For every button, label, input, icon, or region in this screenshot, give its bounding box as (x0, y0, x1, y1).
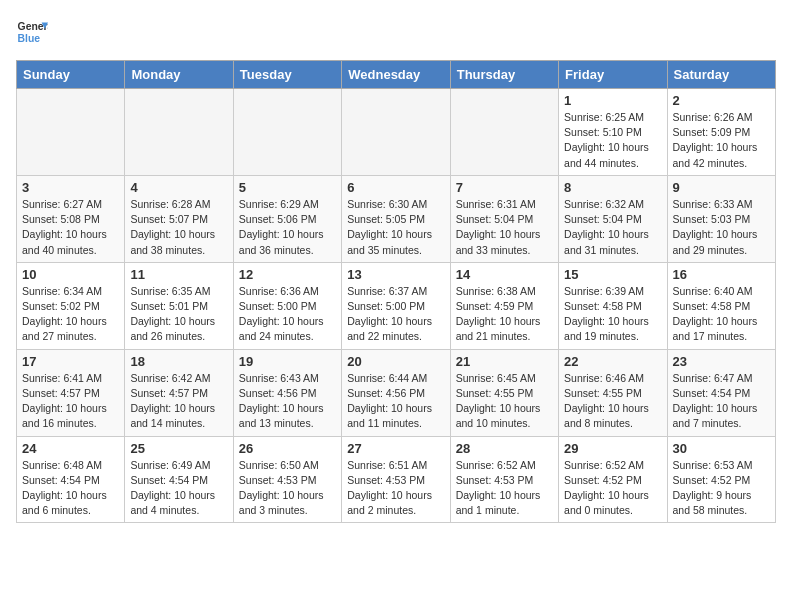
day-info: Sunrise: 6:30 AM Sunset: 5:05 PM Dayligh… (347, 197, 444, 258)
day-info: Sunrise: 6:31 AM Sunset: 5:04 PM Dayligh… (456, 197, 553, 258)
svg-text:Blue: Blue (18, 33, 41, 44)
calendar-cell: 23Sunrise: 6:47 AM Sunset: 4:54 PM Dayli… (667, 349, 775, 436)
day-info: Sunrise: 6:33 AM Sunset: 5:03 PM Dayligh… (673, 197, 770, 258)
day-number: 22 (564, 354, 661, 369)
day-info: Sunrise: 6:52 AM Sunset: 4:52 PM Dayligh… (564, 458, 661, 519)
day-number: 27 (347, 441, 444, 456)
day-number: 23 (673, 354, 770, 369)
day-number: 18 (130, 354, 227, 369)
calendar-cell: 25Sunrise: 6:49 AM Sunset: 4:54 PM Dayli… (125, 436, 233, 523)
calendar-week-5: 24Sunrise: 6:48 AM Sunset: 4:54 PM Dayli… (17, 436, 776, 523)
day-number: 2 (673, 93, 770, 108)
calendar-cell: 18Sunrise: 6:42 AM Sunset: 4:57 PM Dayli… (125, 349, 233, 436)
day-info: Sunrise: 6:46 AM Sunset: 4:55 PM Dayligh… (564, 371, 661, 432)
calendar-header-sunday: Sunday (17, 61, 125, 89)
calendar-header-saturday: Saturday (667, 61, 775, 89)
day-info: Sunrise: 6:27 AM Sunset: 5:08 PM Dayligh… (22, 197, 119, 258)
day-number: 16 (673, 267, 770, 282)
day-number: 20 (347, 354, 444, 369)
day-info: Sunrise: 6:38 AM Sunset: 4:59 PM Dayligh… (456, 284, 553, 345)
calendar-cell: 22Sunrise: 6:46 AM Sunset: 4:55 PM Dayli… (559, 349, 667, 436)
day-info: Sunrise: 6:29 AM Sunset: 5:06 PM Dayligh… (239, 197, 336, 258)
calendar-cell: 6Sunrise: 6:30 AM Sunset: 5:05 PM Daylig… (342, 175, 450, 262)
calendar-cell: 21Sunrise: 6:45 AM Sunset: 4:55 PM Dayli… (450, 349, 558, 436)
calendar-cell: 2Sunrise: 6:26 AM Sunset: 5:09 PM Daylig… (667, 89, 775, 176)
calendar-cell (342, 89, 450, 176)
calendar-header-row: SundayMondayTuesdayWednesdayThursdayFrid… (17, 61, 776, 89)
calendar-week-3: 10Sunrise: 6:34 AM Sunset: 5:02 PM Dayli… (17, 262, 776, 349)
day-info: Sunrise: 6:26 AM Sunset: 5:09 PM Dayligh… (673, 110, 770, 171)
day-number: 14 (456, 267, 553, 282)
calendar-cell (125, 89, 233, 176)
day-number: 1 (564, 93, 661, 108)
day-info: Sunrise: 6:51 AM Sunset: 4:53 PM Dayligh… (347, 458, 444, 519)
calendar-cell: 19Sunrise: 6:43 AM Sunset: 4:56 PM Dayli… (233, 349, 341, 436)
page-header: General Blue (16, 16, 776, 48)
day-number: 11 (130, 267, 227, 282)
calendar-cell: 27Sunrise: 6:51 AM Sunset: 4:53 PM Dayli… (342, 436, 450, 523)
day-info: Sunrise: 6:47 AM Sunset: 4:54 PM Dayligh… (673, 371, 770, 432)
day-number: 30 (673, 441, 770, 456)
day-number: 13 (347, 267, 444, 282)
day-info: Sunrise: 6:42 AM Sunset: 4:57 PM Dayligh… (130, 371, 227, 432)
day-number: 29 (564, 441, 661, 456)
calendar-cell (233, 89, 341, 176)
calendar-cell: 30Sunrise: 6:53 AM Sunset: 4:52 PM Dayli… (667, 436, 775, 523)
day-number: 5 (239, 180, 336, 195)
day-number: 25 (130, 441, 227, 456)
calendar-cell: 3Sunrise: 6:27 AM Sunset: 5:08 PM Daylig… (17, 175, 125, 262)
day-number: 12 (239, 267, 336, 282)
day-info: Sunrise: 6:39 AM Sunset: 4:58 PM Dayligh… (564, 284, 661, 345)
logo-icon: General Blue (16, 16, 48, 48)
calendar-cell: 12Sunrise: 6:36 AM Sunset: 5:00 PM Dayli… (233, 262, 341, 349)
day-number: 6 (347, 180, 444, 195)
calendar-cell: 10Sunrise: 6:34 AM Sunset: 5:02 PM Dayli… (17, 262, 125, 349)
day-info: Sunrise: 6:50 AM Sunset: 4:53 PM Dayligh… (239, 458, 336, 519)
calendar-table: SundayMondayTuesdayWednesdayThursdayFrid… (16, 60, 776, 523)
calendar-body: 1Sunrise: 6:25 AM Sunset: 5:10 PM Daylig… (17, 89, 776, 523)
day-info: Sunrise: 6:41 AM Sunset: 4:57 PM Dayligh… (22, 371, 119, 432)
calendar-week-4: 17Sunrise: 6:41 AM Sunset: 4:57 PM Dayli… (17, 349, 776, 436)
day-info: Sunrise: 6:44 AM Sunset: 4:56 PM Dayligh… (347, 371, 444, 432)
calendar-cell: 8Sunrise: 6:32 AM Sunset: 5:04 PM Daylig… (559, 175, 667, 262)
logo: General Blue (16, 16, 48, 48)
calendar-cell: 13Sunrise: 6:37 AM Sunset: 5:00 PM Dayli… (342, 262, 450, 349)
day-number: 15 (564, 267, 661, 282)
day-number: 10 (22, 267, 119, 282)
calendar-cell: 15Sunrise: 6:39 AM Sunset: 4:58 PM Dayli… (559, 262, 667, 349)
day-info: Sunrise: 6:45 AM Sunset: 4:55 PM Dayligh… (456, 371, 553, 432)
day-info: Sunrise: 6:53 AM Sunset: 4:52 PM Dayligh… (673, 458, 770, 519)
calendar-week-1: 1Sunrise: 6:25 AM Sunset: 5:10 PM Daylig… (17, 89, 776, 176)
calendar-cell: 4Sunrise: 6:28 AM Sunset: 5:07 PM Daylig… (125, 175, 233, 262)
calendar-header-wednesday: Wednesday (342, 61, 450, 89)
day-info: Sunrise: 6:37 AM Sunset: 5:00 PM Dayligh… (347, 284, 444, 345)
calendar-cell: 9Sunrise: 6:33 AM Sunset: 5:03 PM Daylig… (667, 175, 775, 262)
calendar-cell: 16Sunrise: 6:40 AM Sunset: 4:58 PM Dayli… (667, 262, 775, 349)
day-info: Sunrise: 6:48 AM Sunset: 4:54 PM Dayligh… (22, 458, 119, 519)
calendar-header-friday: Friday (559, 61, 667, 89)
calendar-cell: 29Sunrise: 6:52 AM Sunset: 4:52 PM Dayli… (559, 436, 667, 523)
calendar-cell: 28Sunrise: 6:52 AM Sunset: 4:53 PM Dayli… (450, 436, 558, 523)
day-info: Sunrise: 6:40 AM Sunset: 4:58 PM Dayligh… (673, 284, 770, 345)
day-info: Sunrise: 6:28 AM Sunset: 5:07 PM Dayligh… (130, 197, 227, 258)
calendar-cell (17, 89, 125, 176)
calendar-cell: 17Sunrise: 6:41 AM Sunset: 4:57 PM Dayli… (17, 349, 125, 436)
calendar-header-tuesday: Tuesday (233, 61, 341, 89)
day-number: 8 (564, 180, 661, 195)
calendar-header-thursday: Thursday (450, 61, 558, 89)
calendar-cell: 1Sunrise: 6:25 AM Sunset: 5:10 PM Daylig… (559, 89, 667, 176)
calendar-cell: 14Sunrise: 6:38 AM Sunset: 4:59 PM Dayli… (450, 262, 558, 349)
calendar-week-2: 3Sunrise: 6:27 AM Sunset: 5:08 PM Daylig… (17, 175, 776, 262)
day-number: 24 (22, 441, 119, 456)
day-info: Sunrise: 6:36 AM Sunset: 5:00 PM Dayligh… (239, 284, 336, 345)
day-number: 21 (456, 354, 553, 369)
day-number: 9 (673, 180, 770, 195)
day-info: Sunrise: 6:49 AM Sunset: 4:54 PM Dayligh… (130, 458, 227, 519)
calendar-cell: 11Sunrise: 6:35 AM Sunset: 5:01 PM Dayli… (125, 262, 233, 349)
calendar-cell: 7Sunrise: 6:31 AM Sunset: 5:04 PM Daylig… (450, 175, 558, 262)
calendar-cell: 20Sunrise: 6:44 AM Sunset: 4:56 PM Dayli… (342, 349, 450, 436)
calendar-cell: 5Sunrise: 6:29 AM Sunset: 5:06 PM Daylig… (233, 175, 341, 262)
day-info: Sunrise: 6:43 AM Sunset: 4:56 PM Dayligh… (239, 371, 336, 432)
day-info: Sunrise: 6:52 AM Sunset: 4:53 PM Dayligh… (456, 458, 553, 519)
day-number: 4 (130, 180, 227, 195)
